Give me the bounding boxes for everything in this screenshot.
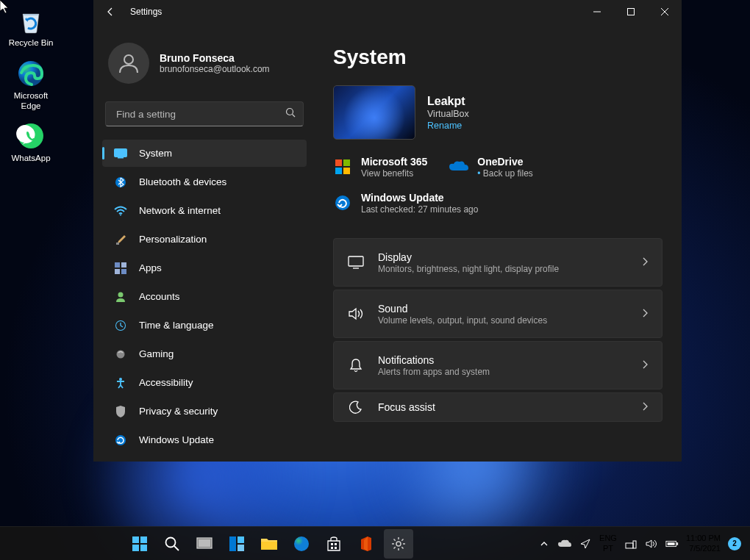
- search-box[interactable]: [105, 101, 304, 126]
- service-desc: View benefits: [361, 168, 427, 179]
- svg-point-20: [119, 378, 122, 381]
- svg-point-16: [118, 292, 124, 297]
- svg-rect-47: [626, 543, 633, 548]
- service-desc: Back up files: [477, 168, 533, 179]
- tray-battery-icon[interactable]: [665, 537, 679, 550]
- nav-label: Apps: [139, 262, 162, 273]
- svg-point-4: [124, 55, 133, 64]
- tray-location-icon[interactable]: [579, 537, 592, 550]
- svg-rect-45: [335, 547, 337, 549]
- taskbar-explorer[interactable]: [254, 529, 284, 559]
- desktop-icon-recycle-bin[interactable]: Recycle Bin: [4, 4, 57, 49]
- service-windows-update[interactable]: Windows Update Last checked: 27 minutes …: [333, 192, 478, 215]
- svg-rect-15: [121, 269, 126, 274]
- desktop-icon-edge[interactable]: Microsoft Edge: [4, 57, 57, 112]
- shield-icon: [114, 405, 127, 418]
- svg-rect-32: [140, 545, 147, 551]
- svg-rect-43: [335, 543, 337, 545]
- nav-label: Privacy & security: [139, 406, 218, 417]
- svg-rect-39: [238, 545, 244, 551]
- svg-rect-50: [676, 542, 678, 545]
- start-button[interactable]: [125, 529, 154, 559]
- svg-rect-37: [229, 536, 236, 551]
- sound-icon: [347, 305, 365, 323]
- nav-time-language[interactable]: Time & language: [102, 312, 307, 339]
- nav-label: Gaming: [139, 348, 174, 359]
- svg-rect-7: [115, 148, 127, 157]
- card-sound[interactable]: Sound Volume levels, output, input, soun…: [333, 290, 662, 338]
- desktop-icon-whatsapp[interactable]: WhatsApp: [4, 120, 57, 164]
- nav-system[interactable]: System: [102, 140, 307, 167]
- svg-rect-3: [628, 9, 635, 15]
- language-indicator[interactable]: ENG PT: [599, 534, 617, 553]
- update-icon: [333, 193, 352, 212]
- nav-bluetooth[interactable]: Bluetooth & devices: [102, 168, 307, 195]
- nav-personalization[interactable]: Personalization: [102, 226, 307, 253]
- nav-accounts[interactable]: Accounts: [102, 283, 307, 310]
- tray-volume-icon[interactable]: [645, 537, 658, 550]
- svg-rect-51: [668, 542, 675, 545]
- device-thumbnail[interactable]: [333, 85, 415, 140]
- svg-rect-25: [343, 168, 350, 174]
- bluetooth-icon: [114, 176, 127, 189]
- sidebar: Bruno Fonseca brunofonseca@outlook.com S…: [93, 24, 314, 462]
- back-button[interactable]: [104, 5, 117, 18]
- card-desc: Volume levels, output, input, sound devi…: [378, 315, 629, 326]
- maximize-button[interactable]: [614, 0, 648, 24]
- taskbar-office[interactable]: [351, 529, 381, 559]
- notification-badge[interactable]: 2: [728, 537, 741, 550]
- settings-window: Settings Bruno Fonseca brunofonseca@outl…: [93, 0, 682, 462]
- wifi-icon: [114, 204, 127, 218]
- search-input[interactable]: [116, 109, 279, 120]
- card-notifications[interactable]: Notifications Alerts from apps and syste…: [333, 341, 662, 390]
- svg-rect-30: [140, 536, 147, 543]
- svg-rect-22: [335, 159, 342, 166]
- taskbar-taskview[interactable]: [190, 529, 219, 559]
- svg-point-41: [294, 536, 309, 551]
- svg-rect-44: [331, 547, 333, 549]
- onedrive-icon: [449, 157, 468, 176]
- clock-icon: [114, 319, 127, 332]
- service-name: Windows Update: [361, 192, 478, 204]
- close-button[interactable]: [648, 0, 682, 24]
- card-title: Notifications: [378, 354, 629, 366]
- rename-link[interactable]: Rename: [427, 121, 469, 131]
- svg-rect-12: [115, 262, 120, 268]
- nav-privacy[interactable]: Privacy & security: [102, 398, 307, 425]
- service-onedrive[interactable]: OneDrive Back up files: [449, 156, 533, 179]
- tray-chevron-up-icon[interactable]: [538, 537, 551, 550]
- svg-rect-40: [261, 542, 277, 550]
- taskbar-edge[interactable]: [287, 529, 316, 559]
- nav-windows-update[interactable]: Windows Update: [102, 426, 307, 453]
- svg-rect-13: [121, 262, 126, 268]
- nav-accessibility[interactable]: Accessibility: [102, 369, 307, 396]
- card-focus-assist[interactable]: Focus assist: [333, 392, 662, 422]
- tray-network-icon[interactable]: [624, 537, 638, 550]
- clock[interactable]: 11:00 PM 7/5/2021: [686, 534, 721, 553]
- nav-label: Personalization: [139, 234, 207, 245]
- taskbar-search[interactable]: [157, 529, 187, 559]
- brush-icon: [114, 233, 127, 246]
- nav-network[interactable]: Network & internet: [102, 197, 307, 224]
- apps-icon: [114, 262, 127, 275]
- taskbar-widgets[interactable]: [222, 529, 251, 559]
- svg-line-34: [174, 546, 179, 550]
- cursor-icon: [0, 0, 12, 15]
- tray-onedrive-icon[interactable]: [558, 537, 571, 550]
- nav-apps[interactable]: Apps: [102, 254, 307, 281]
- window-title: Settings: [130, 7, 162, 17]
- svg-rect-29: [132, 536, 139, 543]
- m365-icon: [333, 157, 352, 176]
- svg-rect-8: [118, 157, 124, 159]
- profile-section[interactable]: Bruno Fonseca brunofonseca@outlook.com: [102, 35, 307, 91]
- service-name: OneDrive: [477, 156, 533, 168]
- desktop-icon-label: Recycle Bin: [9, 38, 54, 49]
- card-display[interactable]: Display Monitors, brightness, night ligh…: [333, 238, 662, 287]
- profile-name: Bruno Fonseca: [160, 52, 270, 64]
- minimize-button[interactable]: [580, 0, 614, 24]
- nav-label: Time & language: [139, 320, 214, 331]
- taskbar-store[interactable]: [319, 529, 349, 559]
- service-m365[interactable]: Microsoft 365 View benefits: [333, 156, 427, 179]
- nav-gaming[interactable]: Gaming: [102, 340, 307, 367]
- taskbar-settings[interactable]: [384, 529, 413, 559]
